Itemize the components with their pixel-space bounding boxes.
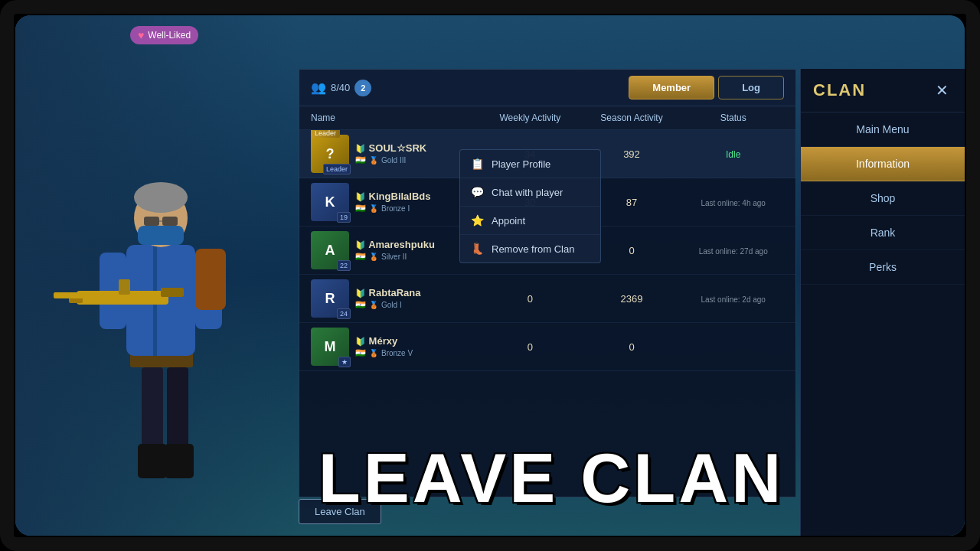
notification-badge: 2 (354, 80, 371, 96)
tab-log[interactable]: Log (718, 76, 784, 99)
context-label: Player Profile (492, 158, 550, 170)
avatar-container: R 24 (311, 279, 349, 318)
side-menu: Main MenuInformationShopRankPerks (801, 112, 965, 285)
player-name: 🔰 SOUL☆SRK (355, 142, 426, 154)
svg-rect-11 (161, 288, 184, 297)
rank-icon: 🥉 (369, 349, 378, 357)
svg-rect-3 (165, 444, 194, 478)
game-screen: ♥ Well-Liked 👥 8/40 2 Member Log Name We… (15, 15, 965, 536)
player-details: 🔰 SOUL☆SRK 🇮🇳 🥉 Gold III (355, 142, 426, 165)
context-icon: 📋 (471, 158, 484, 170)
flag-icon: 🇮🇳 (355, 348, 366, 358)
avatar-level: ★ (338, 357, 351, 367)
context-menu: 📋 Player Profile 💬 Chat with player ⭐ Ap… (459, 149, 601, 263)
rank-icon: 🥉 (369, 204, 378, 213)
heart-icon: ♥ (138, 29, 144, 41)
status-cell: Last online: 2d ago (682, 293, 784, 305)
weekly-stat: 0 (479, 341, 581, 353)
context-menu-item[interactable]: 👢 Remove from Clan (460, 235, 600, 262)
player-rank: Gold I (381, 301, 402, 309)
flag-icon: 🇮🇳 (355, 204, 366, 214)
big-leave-clan-text: LEAVE CLAN (306, 444, 796, 513)
side-panel: CLAN ✕ Main MenuInformationShopRankPerks (800, 69, 965, 536)
context-label: Chat with player (492, 187, 563, 198)
svg-rect-12 (119, 279, 130, 295)
flag-icon: 🇮🇳 (355, 155, 366, 165)
player-details: 🔰 KingBilalBds 🇮🇳 🥉 Bronze I (355, 191, 431, 214)
character-svg (54, 77, 268, 490)
table-row[interactable]: R 24 🔰 RabtaRana 🇮🇳 🥉 Gold I 0 2369 Last… (299, 275, 795, 323)
table-row[interactable]: M ★ 🔰 Mérxy 🇮🇳 🥉 Bronze V 0 0 (299, 323, 795, 371)
main-panel: 👥 8/40 2 Member Log Name Weekly Activity… (299, 69, 796, 497)
player-name: 🔰 Mérxy (355, 335, 413, 347)
avatar-container: A 22 (311, 231, 349, 269)
col-status: Status (682, 112, 784, 123)
avatar-level: 22 (337, 260, 351, 271)
player-rank-row: 🇮🇳 🥉 Gold III (355, 155, 426, 165)
avatar-level: 19 (337, 212, 351, 223)
svg-rect-19 (162, 217, 178, 226)
side-menu-item[interactable]: Information (801, 147, 965, 181)
character-display (38, 61, 283, 490)
player-details: 🔰 Amareshpuku 🇮🇳 🥉 Silver II (355, 239, 435, 262)
status-cell: Last online: 4h ago (682, 197, 784, 208)
player-rank-row: 🇮🇳 🥉 Gold I (355, 300, 421, 310)
side-menu-item[interactable]: Main Menu (801, 112, 965, 147)
player-details: 🔰 RabtaRana 🇮🇳 🥉 Gold I (355, 287, 421, 310)
player-rank: Silver II (381, 253, 407, 261)
player-info: R 24 🔰 RabtaRana 🇮🇳 🥉 Gold I (311, 279, 479, 318)
player-rank: Bronze I (381, 204, 410, 213)
leader-tag: Leader (311, 130, 340, 138)
tabs-bar: 👥 8/40 2 Member Log (299, 70, 795, 106)
player-details: 🔰 Mérxy 🇮🇳 🥉 Bronze V (355, 335, 413, 358)
col-season: Season Activity (581, 112, 683, 123)
season-stat: 2369 (581, 293, 683, 305)
weekly-stat: 0 (479, 293, 581, 305)
player-name: 🔰 KingBilalBds (355, 191, 431, 202)
close-button[interactable]: ✕ (931, 80, 952, 101)
member-count: 👥 8/40 2 (311, 80, 371, 96)
side-header: CLAN ✕ (801, 69, 965, 112)
context-menu-item[interactable]: 📋 Player Profile (460, 150, 600, 178)
context-icon: 💬 (471, 186, 484, 198)
player-rank-row: 🇮🇳 🥉 Silver II (355, 252, 435, 262)
clan-title: CLAN (813, 80, 866, 100)
context-menu-item[interactable]: 💬 Chat with player (460, 178, 600, 207)
svg-rect-2 (138, 444, 167, 478)
avatar-level: Leader (323, 164, 351, 174)
status-cell: Last online: 27d ago (682, 245, 784, 256)
player-name: 🔰 Amareshpuku (355, 239, 435, 250)
avatar-container: M ★ (311, 328, 349, 366)
col-name: Name (311, 112, 479, 123)
avatar-container: Leader ? Leader (311, 135, 349, 173)
svg-rect-14 (195, 249, 226, 310)
player-rank: Gold III (381, 156, 406, 165)
season-stat: 0 (581, 341, 683, 353)
player-rank-row: 🇮🇳 🥉 Bronze V (355, 348, 413, 358)
flag-icon: 🇮🇳 (355, 252, 366, 262)
rank-icon: 🥉 (369, 253, 378, 261)
svg-rect-18 (144, 217, 159, 226)
context-icon: 👢 (471, 243, 484, 255)
player-info: K 19 🔰 KingBilalBds 🇮🇳 🥉 Bronze I (311, 183, 479, 221)
side-menu-item[interactable]: Perks (801, 250, 965, 285)
tab-member[interactable]: Member (629, 76, 714, 99)
status-cell: Idle (682, 148, 784, 160)
members-icon: 👥 (311, 80, 326, 95)
table-header: Name Weekly Activity Season Activity Sta… (299, 106, 795, 130)
tab-buttons: Member Log (629, 76, 784, 99)
context-menu-item[interactable]: ⭐ Appoint (460, 207, 600, 235)
side-menu-item[interactable]: Shop (801, 181, 965, 216)
badge-label: Well-Liked (148, 30, 191, 41)
avatar-level: 24 (337, 308, 351, 319)
player-info: M ★ 🔰 Mérxy 🇮🇳 🥉 Bronze V (311, 328, 479, 366)
player-rank: Bronze V (381, 349, 413, 357)
col-weekly: Weekly Activity (479, 112, 581, 123)
context-label: Appoint (492, 215, 525, 227)
svg-rect-13 (54, 292, 84, 298)
player-rank-row: 🇮🇳 🥉 Bronze I (355, 204, 431, 214)
player-info: A 22 🔰 Amareshpuku 🇮🇳 🥉 Silver II (311, 231, 479, 269)
context-icon: ⭐ (471, 214, 484, 227)
side-menu-item[interactable]: Rank (801, 216, 965, 250)
rank-icon: 🥉 (369, 156, 378, 165)
